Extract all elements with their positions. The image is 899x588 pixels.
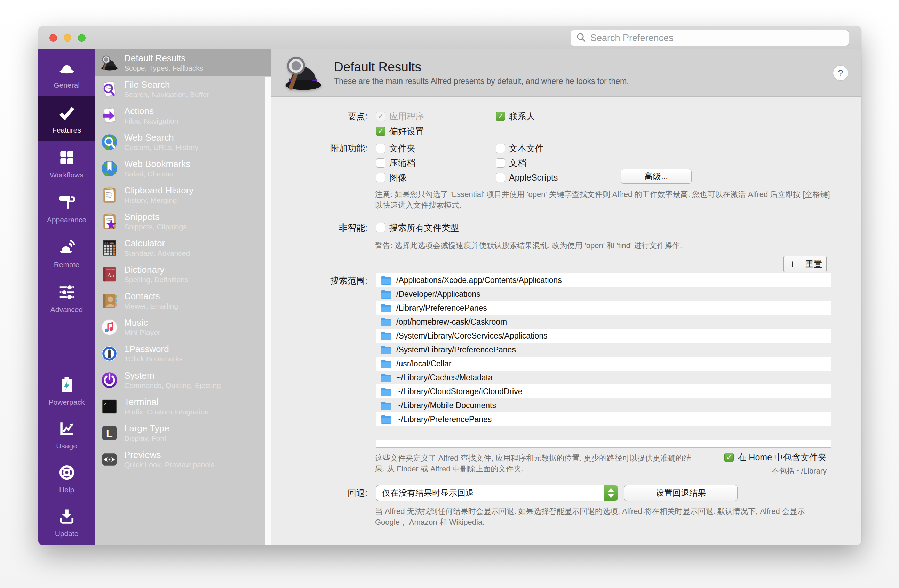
folder-icon bbox=[381, 303, 392, 312]
paint-roller-icon bbox=[58, 193, 76, 213]
sidebar-item-label: Appearance bbox=[47, 216, 86, 224]
feature-item-previews[interactable]: PreviewsQuick Look, Preview panels bbox=[95, 446, 271, 472]
help-button[interactable]: ? bbox=[833, 65, 848, 81]
feature-item-music[interactable]: MusicMini Player bbox=[95, 314, 271, 340]
essentials-label: 要点: bbox=[271, 111, 368, 122]
feature-subtitle: Custom, URLs, History bbox=[124, 143, 199, 152]
scope-row[interactable]: ~/Library/CloudStorage/iCloudDrive bbox=[377, 384, 831, 398]
sidebar-item-advanced[interactable]: Advanced bbox=[38, 276, 95, 321]
feature-subtitle: Mini Player bbox=[124, 328, 161, 337]
fallbacks-description: 当 Alfred 无法找到任何结果时会显示回退. 如果选择智能显示回退的选项, … bbox=[375, 506, 820, 528]
scope-row[interactable]: /usr/local/Cellar bbox=[377, 357, 831, 370]
feature-item-1password[interactable]: 1Password1Click Bookmarks bbox=[95, 340, 271, 367]
sidebar-item-workflows[interactable]: Workflows bbox=[38, 141, 95, 186]
feature-item-system[interactable]: SystemCommands, Quitting, Ejecting bbox=[95, 367, 271, 393]
scope-row[interactable]: /Library/PreferencePanes bbox=[377, 301, 831, 315]
main-sidebar: General Features Workflows Appearance Re… bbox=[38, 49, 95, 545]
checkbox-label: 偏好设置 bbox=[389, 126, 424, 137]
globe-bookmark-icon bbox=[100, 159, 119, 178]
advanced-button[interactable]: 高级... bbox=[621, 169, 692, 184]
checkbox-archives[interactable]: 压缩档 bbox=[376, 157, 416, 168]
feature-subtitle: Snippets, Clippings bbox=[124, 222, 187, 231]
scope-row[interactable]: ~/Library/PreferencePanes bbox=[377, 412, 831, 426]
feature-subtitle: Display, Font bbox=[124, 434, 170, 443]
clipboard-star-icon bbox=[100, 212, 119, 231]
checkbox-documents[interactable]: 文档 bbox=[496, 157, 527, 168]
checkbox-preferences[interactable]: ✓ 偏好设置 bbox=[376, 126, 424, 137]
feature-title: Previews bbox=[124, 449, 214, 460]
feature-item-terminal[interactable]: >_ TerminalPrefix, Custom Integration bbox=[95, 393, 271, 420]
feature-item-dictionary[interactable]: AaDictionary DictionarySpelling, Definit… bbox=[95, 261, 271, 287]
checkbox-label: 搜索所有文件类型 bbox=[389, 222, 459, 233]
checkbox-label: 压缩档 bbox=[389, 157, 416, 169]
scope-row[interactable]: ~/Library/Mobile Documents bbox=[377, 398, 831, 412]
fallbacks-dropdown[interactable]: 仅在没有结果时显示回退 bbox=[376, 485, 618, 501]
dictionary-book-icon: AaDictionary bbox=[100, 265, 119, 284]
svg-text:Dictionary: Dictionary bbox=[107, 268, 115, 270]
page-subtitle: These are the main results Alfred presen… bbox=[334, 77, 629, 86]
checkbox-folders[interactable]: 文件夹 bbox=[376, 143, 416, 154]
sidebar-item-help[interactable]: Help bbox=[38, 457, 95, 501]
minimize-window-button[interactable] bbox=[64, 34, 71, 42]
checkbox-contacts[interactable]: ✓ 联系人 bbox=[496, 111, 535, 122]
scope-row[interactable]: /Applications/Xcode.app/Contents/Applica… bbox=[377, 273, 831, 287]
feature-subtitle: History, Merging bbox=[124, 196, 193, 205]
add-scope-button[interactable]: + bbox=[783, 256, 801, 272]
checkbox-box: ✓ bbox=[724, 453, 734, 462]
features-list: Default ResultsScope, Types, Fallbacks F… bbox=[95, 49, 271, 545]
setup-fallback-results-button[interactable]: 设置回退结果 bbox=[624, 485, 738, 501]
sidebar-item-general[interactable]: General bbox=[38, 51, 95, 96]
feature-item-web-bookmarks[interactable]: Web BookmarksSafari, Chrome bbox=[95, 155, 271, 182]
svg-text:3.141593: 3.141593 bbox=[104, 241, 114, 244]
feature-item-actions[interactable]: ActionsFiles, Navigation bbox=[95, 102, 271, 129]
zoom-window-button[interactable] bbox=[78, 34, 86, 42]
scope-row[interactable]: /Developer/Applications bbox=[377, 287, 831, 301]
checkbox-images[interactable]: 图像 bbox=[376, 172, 407, 183]
sidebar-item-powerpack[interactable]: Powerpack bbox=[38, 369, 95, 413]
feature-item-contacts[interactable]: ContactsViewer, Emailing bbox=[95, 287, 271, 314]
checkbox-label: 文件夹 bbox=[389, 143, 416, 154]
feature-title: File Search bbox=[124, 79, 209, 90]
reset-scope-button[interactable]: 重置 bbox=[801, 256, 826, 272]
checkbox-box bbox=[496, 173, 505, 182]
feature-list-scrollbar-track[interactable] bbox=[265, 77, 271, 545]
grid-squares-icon bbox=[58, 148, 76, 168]
sidebar-item-update[interactable]: Update bbox=[38, 501, 95, 545]
feature-subtitle: Viewer, Emailing bbox=[124, 302, 178, 310]
sidebar-item-appearance[interactable]: Appearance bbox=[38, 186, 95, 231]
feature-subtitle: Prefix, Custom Integration bbox=[124, 407, 209, 416]
checkbox-applescripts[interactable]: AppleScripts bbox=[496, 172, 558, 183]
scope-row[interactable]: /opt/homebrew-cask/Caskroom bbox=[377, 315, 831, 329]
checkbox-applications[interactable]: ✓ 应用程序 bbox=[376, 111, 424, 122]
feature-item-large-type[interactable]: L Large TypeDisplay, Font bbox=[95, 420, 271, 446]
close-window-button[interactable] bbox=[49, 34, 57, 42]
checkbox-label: 图像 bbox=[389, 172, 407, 184]
fallbacks-selected-option: 仅在没有结果时显示回退 bbox=[377, 488, 604, 498]
feature-subtitle: Safari, Chrome bbox=[124, 170, 190, 178]
checkbox-include-home[interactable]: ✓ 在 Home 中包含文件夹 bbox=[724, 452, 826, 463]
titlebar[interactable]: Search Preferences bbox=[38, 26, 862, 49]
checkbox-search-all-file-types[interactable]: 搜索所有文件类型 bbox=[376, 222, 459, 233]
sidebar-item-usage[interactable]: Usage bbox=[38, 413, 95, 457]
unintelligent-label: 非智能: bbox=[271, 222, 368, 233]
sidebar-item-remote[interactable]: Remote bbox=[38, 231, 95, 276]
feature-title: Web Search bbox=[124, 132, 199, 143]
search-scope-list[interactable]: /Applications/Xcode.app/Contents/Applica… bbox=[376, 273, 831, 448]
checkbox-box bbox=[376, 144, 386, 153]
home-note: 不包括 ~/Library bbox=[772, 466, 826, 476]
feature-item-clipboard-history[interactable]: Clipboard HistoryHistory, Merging bbox=[95, 182, 271, 208]
checkbox-text-files[interactable]: 文本文件 bbox=[496, 143, 544, 154]
sidebar-item-label: Features bbox=[52, 126, 81, 134]
feature-item-file-search[interactable]: File SearchSearch, Navigation, Buffer bbox=[95, 76, 271, 102]
feature-item-calculator[interactable]: 3.141593 CalculatorStandard, Advanced bbox=[95, 235, 271, 261]
scope-row[interactable]: /System/Library/PreferencePanes bbox=[377, 343, 831, 357]
checkbox-box bbox=[376, 158, 386, 168]
feature-item-default-results[interactable]: Default ResultsScope, Types, Fallbacks bbox=[95, 49, 271, 76]
1password-keyhole-icon bbox=[100, 344, 119, 363]
feature-item-snippets[interactable]: SnippetsSnippets, Clippings bbox=[95, 208, 271, 235]
sidebar-item-features[interactable]: Features bbox=[38, 96, 95, 141]
scope-row[interactable]: /System/Library/CoreServices/Application… bbox=[377, 329, 831, 343]
feature-item-web-search[interactable]: Web SearchCustom, URLs, History bbox=[95, 129, 271, 155]
scope-row[interactable]: ~/Library/Caches/Metadata bbox=[377, 370, 831, 384]
preferences-search-field[interactable]: Search Preferences bbox=[571, 30, 849, 46]
